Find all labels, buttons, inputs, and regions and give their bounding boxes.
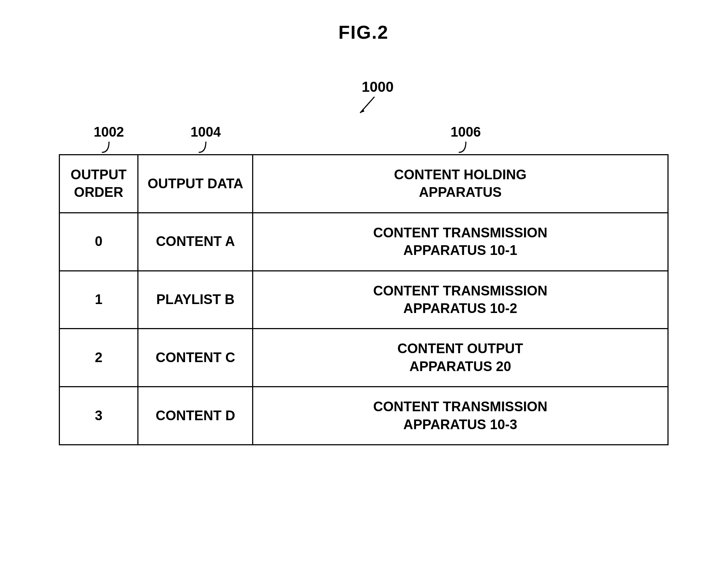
cell-order-0: 0 [59, 213, 138, 271]
cell-data-content-a: CONTENT A [138, 213, 253, 271]
cell-order-2: 2 [59, 329, 138, 387]
ref-1004-label: 1004 [190, 124, 221, 140]
ref-1006-group: 1006 [263, 124, 669, 154]
cell-order-1: 1 [59, 271, 138, 329]
cell-data-content-d: CONTENT D [138, 387, 253, 445]
page-container: FIG.2 1000 1002 [0, 0, 727, 588]
table-row: 3 CONTENT D CONTENT TRANSMISSIONAPPARATU… [59, 387, 668, 445]
cell-apparatus-10-1: CONTENT TRANSMISSIONAPPARATUS 10-1 [253, 213, 668, 271]
cell-order-3: 3 [59, 387, 138, 445]
table-row: 1 PLAYLIST B CONTENT TRANSMISSIONAPPARAT… [59, 271, 668, 329]
table-row: 2 CONTENT C CONTENT OUTPUTAPPARATUS 20 [59, 329, 668, 387]
diagram-area: 1000 1002 1004 [59, 79, 669, 445]
header-content-holding: CONTENT HOLDINGAPPARATUS [253, 155, 668, 213]
ref-1006-label: 1006 [450, 124, 481, 140]
header-output-data: OUTPUT DATA [138, 155, 253, 213]
ref-1000-container: 1000 [59, 79, 669, 118]
ref-1004-bracket-icon [195, 140, 217, 154]
cell-apparatus-10-3: CONTENT TRANSMISSIONAPPARATUS 10-3 [253, 387, 668, 445]
col-refs-row: 1002 1004 1006 [59, 118, 669, 154]
ref-1000-label: 1000 [362, 79, 394, 95]
cell-apparatus-output-20: CONTENT OUTPUTAPPARATUS 20 [253, 329, 668, 387]
ref-1002-group: 1002 [70, 124, 148, 154]
ref-1004-group: 1004 [148, 124, 263, 154]
table-header-row: OUTPUTORDER OUTPUT DATA CONTENT HOLDINGA… [59, 155, 668, 213]
ref-1002-label: 1002 [94, 124, 124, 140]
cell-apparatus-10-2: CONTENT TRANSMISSIONAPPARATUS 10-2 [253, 271, 668, 329]
cell-data-playlist-b: PLAYLIST B [138, 271, 253, 329]
table-row: 0 CONTENT A CONTENT TRANSMISSIONAPPARATU… [59, 213, 668, 271]
ref-1000-arrow-icon [357, 95, 378, 117]
header-output-order: OUTPUTORDER [59, 155, 138, 213]
ref-1000-group: 1000 [357, 79, 394, 118]
figure-title: FIG.2 [338, 22, 388, 43]
main-table: OUTPUTORDER OUTPUT DATA CONTENT HOLDINGA… [59, 154, 669, 445]
ref-1006-bracket-icon [455, 140, 477, 154]
ref-1002-bracket-icon [98, 140, 120, 154]
cell-data-content-c: CONTENT C [138, 329, 253, 387]
